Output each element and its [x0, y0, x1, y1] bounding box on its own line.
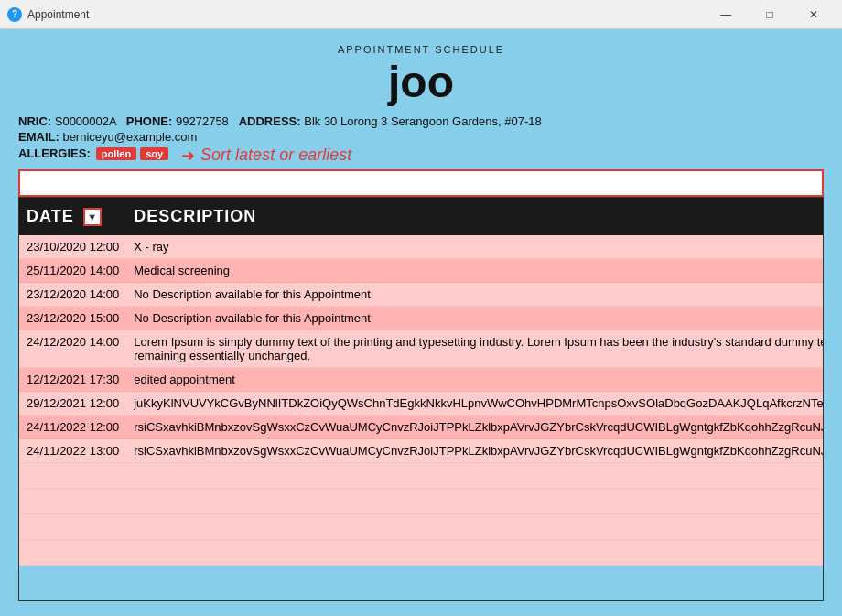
nric-label: NRIC:	[18, 114, 51, 128]
cell-description: edited appointment	[126, 368, 824, 392]
cell-description: No Description available for this Appoin…	[126, 283, 824, 307]
app-window: ? Appointment — □ ✕ APPOINTMENT SCHEDULE…	[0, 0, 842, 616]
cell-description: rsiCSxavhkiBMnbxzovSgWsxxCzCvWuaUMCyCnvz…	[126, 439, 824, 463]
table-row: 23/12/2020 14:00No Description available…	[19, 283, 824, 307]
cell-description: No Description available for this Appoin…	[126, 307, 824, 330]
cell-date: 23/12/2020 15:00	[19, 307, 126, 330]
cell-description	[126, 514, 824, 540]
cell-date: 25/11/2020 14:00	[19, 259, 126, 283]
annotation-text: Sort latest or earliest	[200, 146, 351, 165]
cell-date: 24/12/2020 14:00	[19, 330, 126, 368]
table-row	[19, 540, 824, 566]
address-label: ADDRESS:	[239, 114, 301, 128]
annotation-arrow: ➜	[181, 146, 195, 166]
cell-date: 12/12/2021 17:30	[19, 368, 126, 392]
cell-date	[19, 540, 126, 566]
cell-date: 29/12/2021 12:00	[19, 392, 126, 416]
cell-description: rsiCSxavhkiBMnbxzovSgWsxxCzCvWuaUMCyCnvz…	[126, 416, 824, 439]
email-value: berniceyu@example.com	[62, 130, 197, 144]
table-row	[19, 514, 824, 540]
table-row: 24/12/2020 14:00Lorem Ipsum is simply du…	[19, 330, 824, 368]
minimize-button[interactable]: —	[705, 2, 747, 27]
window-title: Appointment	[27, 8, 705, 21]
table-row	[19, 489, 824, 514]
cell-date: 24/11/2022 12:00	[19, 416, 126, 439]
table-row: 23/12/2020 15:00No Description available…	[19, 307, 824, 330]
patient-email-row: EMAIL: berniceyu@example.com	[18, 130, 824, 144]
phone-value: 99272758	[176, 114, 229, 128]
sort-annotation: ➜ Sort latest or earliest	[181, 146, 351, 166]
nric-value: S0000002A	[55, 114, 116, 128]
appointments-table-container[interactable]: DATE ▼ DESCRIPTION 23/10/2020 12:00X - r…	[18, 197, 824, 601]
cell-date	[19, 489, 126, 514]
allergy-badge-pollen: pollen	[96, 147, 136, 160]
maximize-button[interactable]: □	[749, 2, 791, 27]
main-content: APPOINTMENT SCHEDULE joo NRIC: S0000002A…	[0, 29, 842, 616]
cell-description: Lorem Ipsum is simply dummy text of the …	[126, 330, 824, 368]
cell-description: X - ray	[126, 235, 824, 259]
app-icon: ?	[7, 7, 22, 22]
table-row: 24/11/2022 13:00rsiCSxavhkiBMnbxzovSgWsx…	[19, 439, 824, 463]
cell-date	[19, 463, 126, 489]
allergies-label: ALLERGIES:	[18, 146, 91, 160]
table-row: 24/11/2022 12:00rsiCSxavhkiBMnbxzovSgWsx…	[19, 416, 824, 439]
table-header-row: DATE ▼ DESCRIPTION	[19, 198, 824, 235]
title-bar: ? Appointment — □ ✕	[0, 0, 842, 29]
cell-date: 23/12/2020 14:00	[19, 283, 126, 307]
sort-indicator-box	[18, 169, 824, 197]
window-controls: — □ ✕	[705, 2, 835, 27]
cell-description	[126, 489, 824, 514]
allergy-badge-soy: soy	[140, 147, 168, 160]
appointments-table: DATE ▼ DESCRIPTION 23/10/2020 12:00X - r…	[19, 198, 824, 566]
cell-description: juKkyKlNVUVYkCGvByNNlITDkZOiQyQWsChnTdEg…	[126, 392, 824, 416]
patient-nric-phone-address: NRIC: S0000002A PHONE: 99272758 ADDRESS:…	[18, 114, 824, 128]
table-body: 23/10/2020 12:00X - ray25/11/2020 14:00M…	[19, 235, 824, 566]
allergies-row: ALLERGIES: pollen soy	[18, 146, 172, 160]
close-button[interactable]: ✕	[793, 2, 835, 27]
cell-date	[19, 514, 126, 540]
cell-description	[126, 463, 824, 489]
table-row: 29/12/2021 12:00juKkyKlNVUVYkCGvByNNlITD…	[19, 392, 824, 416]
table-row: 12/12/2021 17:30edited appointment	[19, 368, 824, 392]
cell-date: 23/10/2020 12:00	[19, 235, 126, 259]
sort-date-button[interactable]: ▼	[83, 208, 102, 226]
description-column-header: DESCRIPTION	[126, 198, 824, 235]
email-label: EMAIL:	[18, 130, 59, 144]
date-column-header: DATE ▼	[19, 198, 126, 235]
table-row: 23/10/2020 12:00X - ray	[19, 235, 824, 259]
table-row	[19, 463, 824, 489]
phone-label: PHONE:	[126, 114, 173, 128]
patient-name: joo	[18, 59, 824, 107]
table-row: 25/11/2020 14:00Medical screening	[19, 259, 824, 283]
app-subtitle: APPOINTMENT SCHEDULE	[18, 44, 824, 55]
address-value: Blk 30 Lorong 3 Serangoon Gardens, #07-1…	[304, 114, 541, 128]
cell-description	[126, 540, 824, 566]
cell-date: 24/11/2022 13:00	[19, 439, 126, 463]
cell-description: Medical screening	[126, 259, 824, 283]
